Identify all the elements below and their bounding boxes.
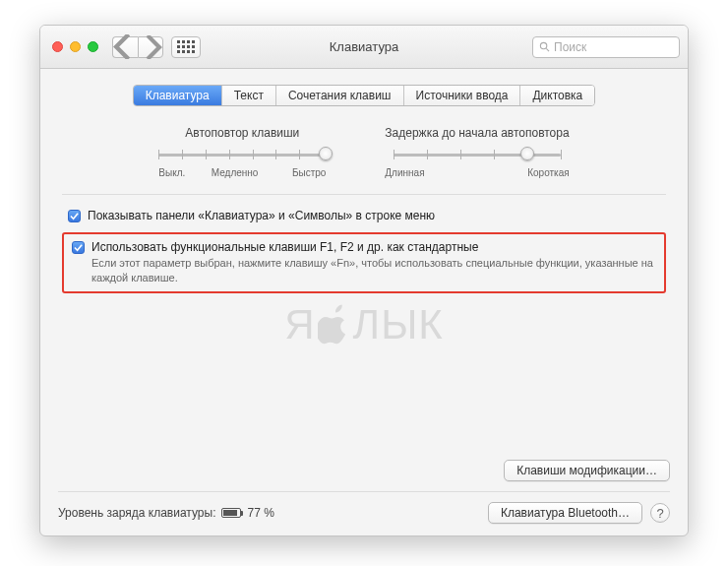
show-panels-checkbox[interactable] [68,210,81,222]
key-repeat-title: Автоповтор клавиши [158,126,326,140]
search-icon [539,41,550,52]
modifier-keys-button[interactable]: Клавиши модификации… [504,460,670,481]
apple-icon [318,304,351,346]
chevron-right-icon [139,35,162,59]
battery-icon [221,508,241,518]
watermark: Я ЛЫК [40,301,688,348]
close-icon[interactable] [52,41,63,52]
repeat-label-fast: Быстро [292,167,326,178]
repeat-label-slow: Медленно [212,167,259,178]
fn-keys-row: Использовать функциональные клавиши F1, … [66,240,662,285]
delay-block: Задержка до начала автоповтора Длинная К… [385,126,569,178]
key-repeat-slider[interactable] [158,146,326,163]
tab-shortcuts[interactable]: Сочетания клавиш [276,86,404,105]
watermark-left: Я [284,301,315,348]
footer-divider [58,491,670,492]
zoom-icon[interactable] [88,41,98,52]
highlight-box: Использовать функциональные клавиши F1, … [62,232,666,293]
show-all-button[interactable] [171,36,201,58]
fn-keys-label: Использовать функциональные клавиши F1, … [91,240,662,254]
search-placeholder: Поиск [554,40,586,54]
delay-title: Задержка до начала автоповтора [385,126,569,140]
fn-keys-description: Если этот параметр выбран, нажмите клави… [91,256,662,285]
svg-point-0 [540,42,546,48]
search-input[interactable]: Поиск [532,36,680,58]
tab-dictation[interactable]: Диктовка [520,86,594,105]
tab-text[interactable]: Текст [222,86,276,105]
show-panels-row: Показывать панели «Клавиатура» и «Символ… [58,209,670,222]
preferences-window: Клавиатура Поиск Клавиатура Текст Сочета… [39,25,689,536]
titlebar: Клавиатура Поиск [40,26,688,69]
bluetooth-keyboard-button[interactable]: Клавиатура Bluetooth… [488,502,642,524]
repeat-label-off: Выкл. [158,167,185,178]
minimize-icon[interactable] [70,41,81,52]
sliders-row: Автоповтор клавиши Выкл. Медленно Быстро… [58,126,670,178]
tab-keyboard[interactable]: Клавиатура [134,86,222,105]
svg-line-1 [546,48,549,51]
checkmark-icon [70,212,79,220]
footer: Клавиши модификации… Уровень заряда клав… [58,460,670,524]
key-repeat-block: Автоповтор клавиши Выкл. Медленно Быстро [158,126,326,178]
help-button[interactable]: ? [650,503,670,523]
traffic-lights [52,41,98,52]
delay-label-short: Короткая [527,167,569,178]
content: Автоповтор клавиши Выкл. Медленно Быстро… [40,106,688,303]
battery-status: Уровень заряда клавиатуры: 77 % [58,506,274,520]
back-button[interactable] [112,36,138,58]
forward-button[interactable] [138,36,163,58]
battery-value: 77 % [247,506,273,520]
battery-label: Уровень заряда клавиатуры: [58,506,215,520]
delay-slider[interactable] [394,146,561,163]
checkmark-icon [74,243,83,252]
tabbar: Клавиатура Текст Сочетания клавиш Источн… [40,85,688,106]
tab-input-sources[interactable]: Источники ввода [404,86,521,105]
delay-label-long: Длинная [385,167,424,178]
nav-buttons [112,36,163,58]
fn-keys-checkbox[interactable] [72,241,85,254]
divider [62,194,666,195]
show-panels-label: Показывать панели «Клавиатура» и «Символ… [88,209,435,222]
chevron-left-icon [113,34,138,59]
watermark-right: ЛЫК [353,301,444,348]
